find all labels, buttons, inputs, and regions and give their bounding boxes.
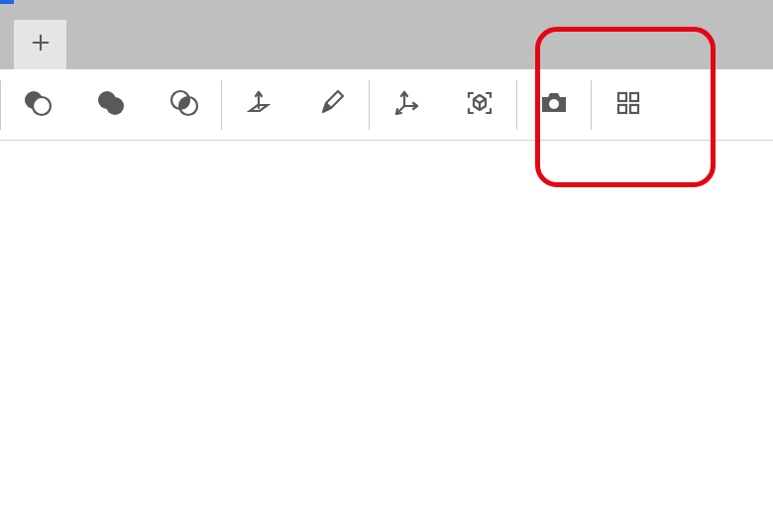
svg-rect-12: [618, 105, 626, 113]
edit-button[interactable]: [295, 69, 369, 141]
axis-plane-icon: [242, 86, 276, 124]
move-axes-button[interactable]: [370, 69, 443, 141]
boolean-union-button[interactable]: [74, 69, 148, 141]
focus-cube-button[interactable]: [443, 69, 516, 141]
camera-icon: [537, 86, 571, 124]
grid-view-button[interactable]: [592, 69, 665, 141]
axes-icon: [389, 86, 423, 124]
tab-strip: [0, 0, 773, 69]
svg-rect-13: [630, 105, 638, 113]
boolean-intersect-icon: [167, 86, 201, 124]
boolean-intersect-button[interactable]: [148, 69, 221, 141]
pencil-icon: [315, 86, 349, 124]
focus-cube-icon: [463, 86, 497, 124]
plus-icon: [30, 32, 52, 57]
toolbar: [0, 69, 773, 141]
camera-button[interactable]: [517, 69, 591, 141]
boolean-subtract-button[interactable]: [1, 69, 74, 141]
boolean-subtract-icon: [21, 86, 55, 124]
insert-axis-button[interactable]: [222, 69, 295, 141]
svg-point-9: [549, 99, 559, 109]
grid-icon: [611, 86, 645, 124]
svg-rect-11: [630, 93, 638, 101]
new-tab-button[interactable]: [14, 20, 66, 69]
svg-rect-10: [618, 93, 626, 101]
boolean-union-icon: [94, 86, 128, 124]
svg-point-4: [106, 97, 124, 115]
